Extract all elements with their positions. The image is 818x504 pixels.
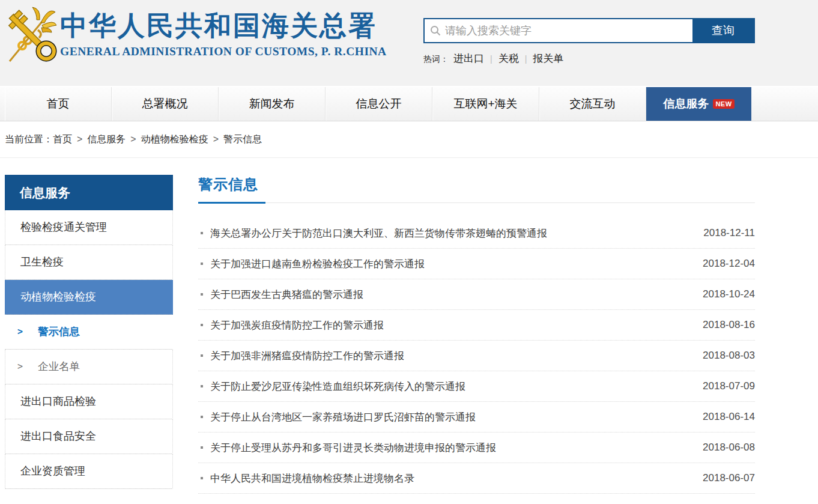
notice-date: 2018-06-14 [703,411,755,423]
notice-link[interactable]: 关于防止爱沙尼亚传染性造血组织坏死病传入的警示通报 [210,380,691,393]
search-area: 查询 热词： 进出口 | 关税 | 报关单 [423,18,755,65]
hot-word-separator: | [490,54,492,64]
breadcrumb-separator: > [213,134,219,145]
notice-date: 2018-08-03 [703,350,755,362]
sidebar-item-label: 企业名单 [38,350,80,384]
site-subtitle: GENERAL ADMINISTRATION OF CUSTOMS, P. R.… [60,45,387,58]
hot-word-link[interactable]: 关税 [498,52,519,65]
sidebar-item[interactable]: 卫生检疫 [5,245,173,280]
breadcrumb-link[interactable]: 警示信息 [223,133,262,146]
breadcrumb: 当前位置： 首页 > 信息服务 > 动植物检验检疫 > 警示信息 [0,121,818,158]
nav-item-label: 总署概况 [142,96,188,112]
search-icon [430,25,441,36]
list-item[interactable]: 关于停止受理从苏丹和多哥引进灵长类动物进境申报的警示通报 2018-06-08 [198,433,755,463]
nav-item[interactable]: 新闻发布 [219,87,326,121]
nav-item-label: 交流互动 [570,96,616,112]
notice-date: 2018-07-09 [703,380,755,392]
notice-link[interactable]: 中华人民共和国进境植物检疫禁止进境物名录 [210,472,691,485]
notice-link[interactable]: 关于巴西发生古典猪瘟的警示通报 [210,288,691,302]
breadcrumb-label: 当前位置： [5,133,53,146]
sidebar-item[interactable]: 企业资质管理 [5,454,173,489]
breadcrumb-link[interactable]: 动植物检验检疫 [141,133,208,146]
list-item[interactable]: 中华人民共和国进境植物检疫禁止进境物名录 2018-06-07 [198,463,755,494]
hot-word-link[interactable]: 进出口 [453,52,484,65]
list-item[interactable]: 关于加强炭疽疫情防控工作的警示通报 2018-08-16 [198,310,755,341]
sidebar-item[interactable]: > 警示信息 [5,315,173,350]
notice-list: 海关总署办公厅关于防范出口澳大利亚、新西兰货物传带茶翅蝽的预警通报 2018-1… [198,218,755,494]
notice-date: 2018-12-04 [703,258,755,270]
breadcrumb-link[interactable]: 信息服务 [87,133,126,146]
notice-date: 2018-06-07 [703,472,755,484]
notice-date: 2018-06-08 [703,442,755,454]
notice-date: 2018-10-24 [703,288,755,300]
logo: 中华人民共和国海关总署 GENERAL ADMINISTRATION OF CU… [4,4,387,66]
list-item[interactable]: 关于加强进口越南鱼粉检验检疫工作的警示通报 2018-12-04 [198,249,755,279]
list-item[interactable]: 关于巴西发生古典猪瘟的警示通报 2018-10-24 [198,279,755,310]
bullet-icon [201,354,203,357]
sidebar-item-label: 检验检疫通关管理 [20,210,107,244]
sidebar-item-label: 企业资质管理 [20,454,85,488]
sidebar-item[interactable]: 检验检疫通关管理 [5,210,173,245]
notice-date: 2018-12-11 [703,227,755,239]
site-title: 中华人民共和国海关总署 [60,8,387,44]
notice-link[interactable]: 关于停止从台湾地区一家养殖场进口罗氏沼虾苗的警示通报 [210,410,691,424]
breadcrumb-link[interactable]: 首页 [53,133,72,146]
notice-link[interactable]: 关于停止受理从苏丹和多哥引进灵长类动物进境申报的警示通报 [210,441,691,455]
sidebar-item[interactable]: > 企业名单 [5,350,173,384]
main-nav: 首页 总署概况 新闻发布 信息公开 互联网+海关 交流互动 信息服务 NEW [0,86,818,121]
bullet-icon [201,416,203,418]
breadcrumb-separator: > [130,134,136,145]
title-accent-bar [198,202,265,204]
notice-link[interactable]: 关于加强非洲猪瘟疫情防控工作的警示通报 [210,349,691,363]
nav-item[interactable]: 交流互动 [539,87,646,121]
nav-item-label: 互联网+海关 [453,96,517,112]
nav-item-label: 信息公开 [356,96,402,112]
notice-link[interactable]: 关于加强进口越南鱼粉检验检疫工作的警示通报 [210,257,691,271]
sidebar-item-label: 卫生检疫 [20,245,64,279]
list-item[interactable]: 关于停止从台湾地区一家养殖场进口罗氏沼虾苗的警示通报 2018-06-14 [198,402,755,433]
notice-date: 2018-08-16 [703,319,755,331]
sidebar-item[interactable]: 进出口商品检验 [5,384,173,419]
breadcrumb-separator: > [77,134,82,145]
bullet-icon [201,263,203,265]
new-badge: NEW [713,99,734,109]
nav-item[interactable]: 总署概况 [112,87,219,121]
sidebar: 信息服务 检验检疫通关管理 卫生检疫 动植物检验检疫 > 警示信息 > 企业名单… [5,175,173,494]
bullet-icon [201,446,203,449]
chevron-right-icon: > [17,315,23,349]
sidebar-item-label: 警示信息 [38,315,80,349]
notice-link[interactable]: 海关总署办公厅关于防范出口澳大利亚、新西兰货物传带茶翅蝽的预警通报 [210,226,691,240]
sidebar-item-label: 进出口食品安全 [20,419,96,454]
nav-item[interactable]: 信息公开 [326,87,432,121]
list-item[interactable]: 海关总署办公厅关于防范出口澳大利亚、新西兰货物传带茶翅蝽的预警通报 2018-1… [198,218,755,249]
list-item[interactable]: 关于加强非洲猪瘟疫情防控工作的警示通报 2018-08-03 [198,341,755,371]
nav-item[interactable]: 首页 [5,87,112,121]
notice-link[interactable]: 关于加强炭疽疫情防控工作的警示通报 [210,318,691,332]
sidebar-item-label: 动植物检验检疫 [20,280,96,314]
page-header: 中华人民共和国海关总署 GENERAL ADMINISTRATION OF CU… [0,0,818,86]
search-input[interactable] [425,19,692,42]
nav-item[interactable]: 互联网+海关 [432,87,539,121]
list-item[interactable]: 关于防止爱沙尼亚传染性造血组织坏死病传入的警示通报 2018-07-09 [198,371,755,402]
bullet-icon [201,477,203,479]
sidebar-item-label: 进出口商品检验 [20,384,96,419]
sidebar-title: 信息服务 [5,175,173,210]
main-panel: 警示信息 海关总署办公厅关于防范出口澳大利亚、新西兰货物传带茶翅蝽的预警通报 2… [198,175,755,494]
bullet-icon [201,232,203,234]
hot-word-link[interactable]: 报关单 [533,52,563,65]
search-button[interactable]: 查询 [692,19,754,42]
customs-key-emblem-icon [4,4,58,66]
bullet-icon [201,293,203,296]
bullet-icon [201,324,203,326]
hot-words-label: 热词： [423,54,449,65]
hot-word-separator: | [525,54,527,64]
nav-item-label: 信息服务 [663,96,709,112]
bullet-icon [201,385,203,387]
sidebar-item[interactable]: 进出口食品安全 [5,419,173,454]
page-title: 警示信息 [198,176,258,192]
chevron-right-icon: > [17,350,23,384]
sidebar-item[interactable]: 动植物检验检疫 [5,280,173,315]
hot-words: 进出口 | 关税 | 报关单 [453,52,563,65]
sidebar-menu: 检验检疫通关管理 卫生检疫 动植物检验检疫 > 警示信息 > 企业名单 进出口商… [5,210,173,489]
nav-item[interactable]: 信息服务 NEW [646,87,751,121]
